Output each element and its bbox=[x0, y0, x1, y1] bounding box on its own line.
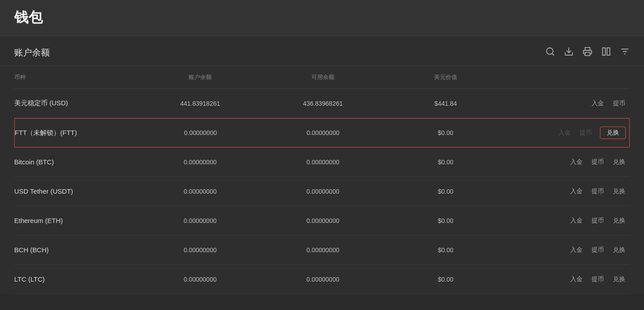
col-header-actions bbox=[507, 72, 630, 83]
table-row: FTT（未解锁）(FTT) 0.00000000 0.00000000 $0.0… bbox=[14, 118, 630, 147]
col-header-available: 可用余额 bbox=[262, 72, 384, 83]
convert-button[interactable]: 兑换 bbox=[612, 274, 626, 285]
usd-cell: $0.00 bbox=[384, 121, 507, 144]
withdraw-button[interactable]: 提币 bbox=[591, 215, 605, 227]
currency-cell: LTC (LTC) bbox=[14, 267, 139, 291]
balance-cell: 0.00000000 bbox=[139, 268, 262, 291]
balance-cell: 0.00000000 bbox=[139, 121, 262, 144]
col-header-usd: 美元价值 bbox=[384, 72, 507, 83]
table-row: BCH (BCH) 0.00000000 0.00000000 $0.00 入金… bbox=[14, 235, 630, 265]
actions-cell: 入金 提币 兑换 bbox=[507, 236, 630, 264]
table-row: Ethereum (ETH) 0.00000000 0.00000000 $0.… bbox=[14, 206, 630, 235]
deposit-button[interactable]: 入金 bbox=[569, 156, 584, 168]
section-title: 账户余额 bbox=[14, 47, 50, 59]
table-row: USD Tether (USDT) 0.00000000 0.00000000 … bbox=[14, 177, 630, 206]
deposit-button: 入金 bbox=[557, 127, 572, 139]
convert-button[interactable]: 兑换 bbox=[612, 215, 626, 227]
withdraw-button[interactable]: 提币 bbox=[591, 244, 605, 256]
svg-rect-3 bbox=[585, 52, 590, 56]
balance-cell: 0.00000000 bbox=[139, 151, 262, 174]
currency-cell: Bitcoin (BTC) bbox=[14, 150, 139, 174]
actions-cell: 入金 提币 兑换 bbox=[507, 266, 630, 293]
balance-table: 币种 账户余额 可用余额 美元价值 美元稳定币 (USD) 441.839182… bbox=[0, 66, 644, 294]
withdraw-button: 提币 bbox=[579, 127, 593, 139]
available-cell: 436.83968261 bbox=[262, 92, 384, 115]
available-cell: 0.00000000 bbox=[262, 238, 384, 262]
table-row: Bitcoin (BTC) 0.00000000 0.00000000 $0.0… bbox=[14, 147, 630, 177]
balance-cell: 0.00000000 bbox=[139, 180, 262, 203]
col-header-balance: 账户余额 bbox=[139, 72, 262, 83]
withdraw-button[interactable]: 提币 bbox=[591, 186, 605, 197]
convert-button[interactable]: 兑换 bbox=[600, 127, 626, 139]
download-icon[interactable] bbox=[564, 47, 574, 59]
withdraw-button[interactable]: 提币 bbox=[591, 156, 605, 168]
convert-button[interactable]: 兑换 bbox=[612, 156, 626, 168]
convert-button[interactable]: 兑换 bbox=[612, 244, 626, 256]
svg-rect-4 bbox=[603, 48, 605, 56]
currency-cell: FTT（未解锁）(FTT) bbox=[15, 121, 139, 145]
page-title: 钱包 bbox=[14, 9, 43, 25]
balance-cell: 0.00000000 bbox=[139, 238, 262, 262]
actions-cell: 入金 提币 兑换 bbox=[507, 207, 630, 234]
page-header: 钱包 bbox=[0, 0, 644, 36]
balance-cell: 0.00000000 bbox=[139, 209, 262, 232]
balance-cell: 441.83918261 bbox=[139, 92, 262, 115]
currency-cell: BCH (BCH) bbox=[14, 238, 139, 262]
usd-cell: $0.00 bbox=[384, 238, 507, 262]
convert-button[interactable]: 兑换 bbox=[612, 186, 626, 197]
actions-cell: 入金 提币 bbox=[507, 90, 630, 117]
deposit-button[interactable]: 入金 bbox=[591, 98, 605, 109]
deposit-button[interactable]: 入金 bbox=[569, 215, 584, 227]
available-cell: 0.00000000 bbox=[262, 151, 384, 174]
table-header: 币种 账户余额 可用余额 美元价值 bbox=[14, 66, 630, 89]
deposit-button[interactable]: 入金 bbox=[569, 186, 584, 197]
print-icon[interactable] bbox=[583, 47, 592, 59]
deposit-button[interactable]: 入金 bbox=[569, 244, 584, 256]
section-header: 账户余额 bbox=[0, 36, 644, 66]
wallet-section: 账户余额 bbox=[0, 36, 644, 294]
table-row: LTC (LTC) 0.00000000 0.00000000 $0.00 入金… bbox=[14, 265, 630, 294]
toolbar bbox=[545, 47, 630, 59]
svg-rect-5 bbox=[607, 48, 610, 56]
usd-cell: $0.00 bbox=[384, 180, 507, 203]
filter-icon[interactable] bbox=[620, 47, 630, 59]
withdraw-button[interactable]: 提币 bbox=[591, 274, 605, 285]
actions-cell: 入金 提币 兑换 bbox=[507, 148, 630, 176]
usd-cell: $441.84 bbox=[384, 92, 507, 115]
actions-cell: 入金 提币 兑换 bbox=[507, 119, 630, 147]
available-cell: 0.00000000 bbox=[262, 209, 384, 232]
currency-cell: USD Tether (USDT) bbox=[14, 179, 139, 203]
available-cell: 0.00000000 bbox=[262, 121, 385, 144]
table-row: 美元稳定币 (USD) 441.83918261 436.83968261 $4… bbox=[14, 89, 630, 118]
currency-cell: Ethereum (ETH) bbox=[14, 209, 139, 232]
columns-icon[interactable] bbox=[601, 47, 611, 59]
usd-cell: $0.00 bbox=[384, 268, 507, 291]
col-header-currency: 币种 bbox=[14, 72, 139, 83]
available-cell: 0.00000000 bbox=[262, 268, 384, 291]
actions-cell: 入金 提币 兑换 bbox=[507, 178, 630, 205]
usd-cell: $0.00 bbox=[384, 209, 507, 232]
usd-cell: $0.00 bbox=[384, 151, 507, 174]
available-cell: 0.00000000 bbox=[262, 180, 384, 203]
svg-line-1 bbox=[552, 53, 554, 55]
withdraw-button[interactable]: 提币 bbox=[612, 98, 626, 109]
currency-cell: 美元稳定币 (USD) bbox=[14, 91, 139, 115]
deposit-button[interactable]: 入金 bbox=[569, 274, 584, 285]
search-icon[interactable] bbox=[545, 47, 555, 59]
